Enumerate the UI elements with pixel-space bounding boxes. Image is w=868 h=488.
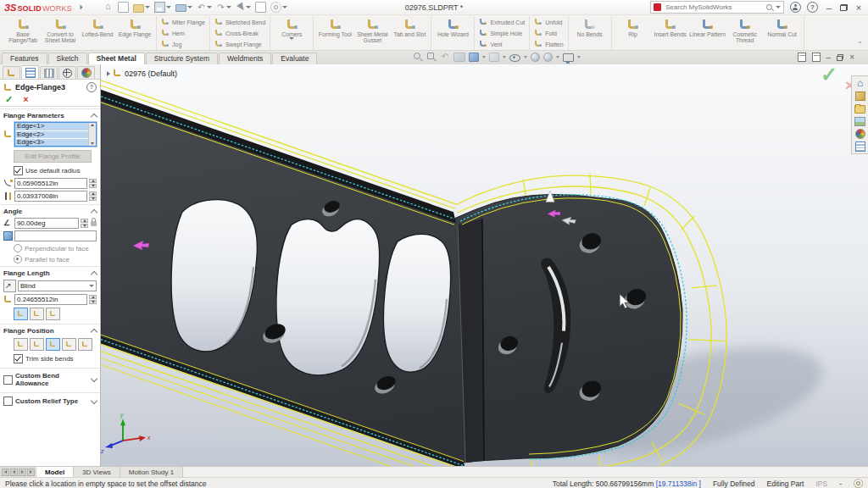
close-button[interactable]: × <box>854 3 864 13</box>
length-spinner[interactable] <box>89 295 97 304</box>
custom-properties-button[interactable] <box>854 141 865 152</box>
confirmation-ok-button[interactable]: ✓ <box>821 64 837 86</box>
fold-button[interactable]: Fold <box>532 28 565 38</box>
tab-model[interactable]: Model <box>36 467 74 477</box>
tab-features[interactable]: Features <box>2 53 47 64</box>
options-button[interactable] <box>270 2 287 13</box>
menu-expand-icon[interactable] <box>80 5 82 10</box>
angle-lock-icon[interactable] <box>91 221 97 226</box>
first-tab-icon[interactable] <box>2 469 9 476</box>
material-outside-button[interactable] <box>30 338 44 351</box>
vent-button[interactable]: Vent <box>477 39 526 49</box>
swept-flange-button[interactable]: Swept Flange <box>213 39 267 49</box>
search-input[interactable] <box>664 3 764 12</box>
configuration-manager-tab[interactable] <box>40 66 58 79</box>
angle-section-header[interactable]: Angle <box>0 204 100 217</box>
sheet-metal-gusset-button[interactable]: Sheet Metal Gusset <box>353 16 391 50</box>
view-orientation-icon[interactable] <box>469 53 479 62</box>
unfold-button[interactable]: Unfold <box>532 17 565 27</box>
bend-outside-button[interactable] <box>46 338 60 351</box>
zoom-to-area-icon[interactable] <box>426 52 437 62</box>
gap-spinner[interactable] <box>89 191 97 201</box>
prev-tab-icon[interactable] <box>10 469 18 476</box>
document-control-icon[interactable] <box>812 53 821 62</box>
tab-sketch[interactable]: Sketch <box>48 53 87 64</box>
tree-expand-icon[interactable] <box>107 71 110 76</box>
use-default-radius-checkbox[interactable]: Use default radius <box>0 164 100 177</box>
checkbox-icon[interactable] <box>3 375 13 385</box>
normal-cut-button[interactable]: Normal Cut <box>764 16 801 50</box>
unit-system[interactable]: IPS <box>815 480 827 488</box>
cross-break-button[interactable]: Cross-Break <box>213 28 267 38</box>
appearance-caret-icon[interactable] <box>556 56 559 58</box>
home-button[interactable] <box>104 3 114 12</box>
feature-manager-tab[interactable] <box>3 66 20 79</box>
file-explorer-button[interactable] <box>854 103 865 114</box>
outer-virtual-sharp-button[interactable] <box>14 308 28 320</box>
hide-show-items-icon[interactable] <box>509 54 520 62</box>
hole-wizard-button[interactable]: Hole Wizard <box>434 16 471 50</box>
next-tab-icon[interactable] <box>19 469 26 476</box>
tab-motion-study[interactable]: Motion Study 1 <box>120 467 183 477</box>
pm-ok-button[interactable]: ✓ <box>5 95 13 103</box>
display-manager-tab[interactable] <box>77 66 95 79</box>
tab-structure-system[interactable]: Structure System <box>146 53 218 64</box>
trim-side-bends-checkbox[interactable]: Trim side bends <box>0 352 100 365</box>
tab-sheet-metal[interactable]: Sheet Metal <box>88 53 145 64</box>
doc-minimize-icon[interactable]: – <box>826 53 832 62</box>
view-orientation-caret-icon[interactable] <box>482 56 486 58</box>
tab-evaluate[interactable]: Evaluate <box>272 53 317 64</box>
convert-to-sheet-metal-button[interactable]: Convert to Sheet Metal <box>42 16 79 50</box>
custom-properties-gear-icon[interactable] <box>854 479 863 488</box>
flange-angle-input[interactable]: 90.00deg <box>14 218 79 229</box>
solidworks-resources-button[interactable]: ⌂ <box>854 78 865 88</box>
edit-appearance-icon[interactable] <box>531 53 540 62</box>
angle-spinner[interactable] <box>81 219 88 228</box>
last-tab-icon[interactable] <box>27 469 35 476</box>
flange-position-section-header[interactable]: Flange Position <box>0 324 100 336</box>
tab-weldments[interactable]: Weldments <box>219 53 271 64</box>
material-inside-button[interactable] <box>14 338 28 351</box>
ribbon-collapse-icon[interactable]: ⌃ <box>857 41 863 48</box>
design-library-button[interactable] <box>854 91 865 101</box>
tangent-to-bend-button[interactable] <box>78 338 92 351</box>
search-icon[interactable] <box>766 4 773 11</box>
print-button[interactable] <box>175 3 192 12</box>
radius-spinner[interactable] <box>89 179 97 188</box>
flange-length-section-header[interactable]: Flange Length <box>0 266 100 279</box>
property-manager-tab[interactable] <box>21 65 39 79</box>
extruded-cut-button[interactable]: Extruded Cut <box>477 17 526 27</box>
flatten-button[interactable]: Flatten <box>532 39 565 49</box>
no-bends-button[interactable]: No Bends <box>571 16 609 50</box>
graphics-viewport[interactable]: y x z 02976 (Default) ✓ × ⌂ <box>101 64 868 466</box>
zoom-to-fit-icon[interactable] <box>413 52 423 62</box>
tab-and-slot-button[interactable]: Tab and Slot <box>391 16 428 50</box>
tangent-bend-button[interactable] <box>46 308 60 320</box>
flange-length-input[interactable]: 0.24655512in <box>14 294 87 305</box>
edge-selection-list[interactable]: Edge<1> Edge<2> Edge<3> <box>14 122 97 147</box>
pm-help-icon[interactable]: ? <box>86 82 97 92</box>
bend-from-virtual-sharp-button[interactable] <box>62 338 76 351</box>
forming-tool-button[interactable]: Forming Tool <box>316 16 353 50</box>
lofted-bend-button[interactable]: Lofted-Bend <box>79 16 116 50</box>
doc-restore-icon[interactable] <box>837 54 843 61</box>
display-style-caret-icon[interactable] <box>503 56 506 58</box>
sketched-bend-button[interactable]: Sketched Bend <box>213 17 267 27</box>
hem-button[interactable]: Hem <box>159 28 207 38</box>
search-scope-caret-icon[interactable] <box>776 6 781 8</box>
cosmetic-thread-button[interactable]: Cosmetic Thread <box>726 16 764 50</box>
part-name-label[interactable]: 02976 (Default) <box>125 69 177 78</box>
view-settings-caret-icon[interactable] <box>577 56 581 58</box>
redo-button[interactable]: ↷ <box>216 3 231 12</box>
reference-face-input[interactable] <box>14 230 97 241</box>
gap-distance-input[interactable]: 0.03937008in <box>14 191 87 202</box>
undo-button[interactable]: ↶ <box>197 3 212 12</box>
previous-view-icon[interactable]: ↶ <box>440 52 450 62</box>
select-button[interactable] <box>236 3 251 12</box>
edge-flange-button[interactable]: Edge Flange <box>116 16 153 50</box>
file-properties-button[interactable] <box>255 2 266 13</box>
corners-button[interactable]: Corners <box>273 16 310 50</box>
list-scrollbar[interactable] <box>88 123 96 146</box>
open-button[interactable] <box>133 2 150 13</box>
new-document-button[interactable] <box>118 2 129 13</box>
